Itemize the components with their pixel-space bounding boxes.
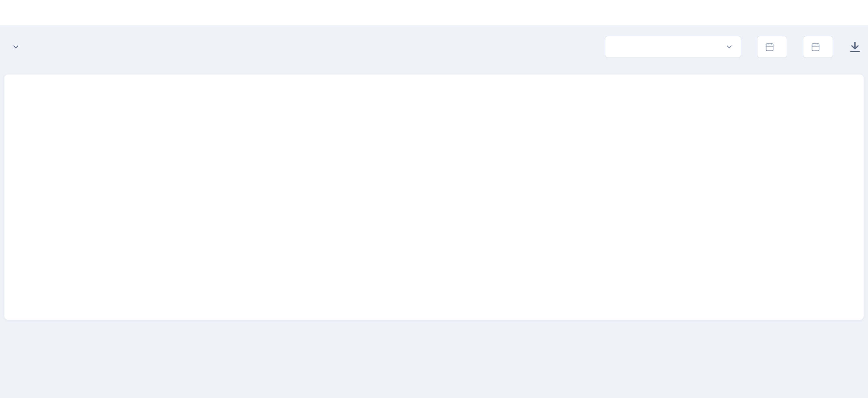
audience-growth-chart (22, 100, 843, 274)
download-button[interactable] (849, 41, 861, 53)
download-icon (849, 41, 861, 53)
template-select[interactable] (605, 36, 741, 58)
toolbar (0, 26, 868, 58)
calendar-icon (765, 42, 774, 52)
app-header (0, 0, 868, 26)
report-picker[interactable] (7, 43, 20, 51)
date-from-input[interactable] (757, 36, 787, 58)
date-to-input[interactable] (803, 36, 833, 58)
chevron-down-icon (725, 43, 733, 51)
calendar-icon (811, 42, 820, 52)
audience-growth-card (4, 74, 864, 320)
chevron-down-icon[interactable] (12, 43, 20, 51)
report-body (0, 68, 868, 320)
toolbar-right (605, 36, 861, 58)
